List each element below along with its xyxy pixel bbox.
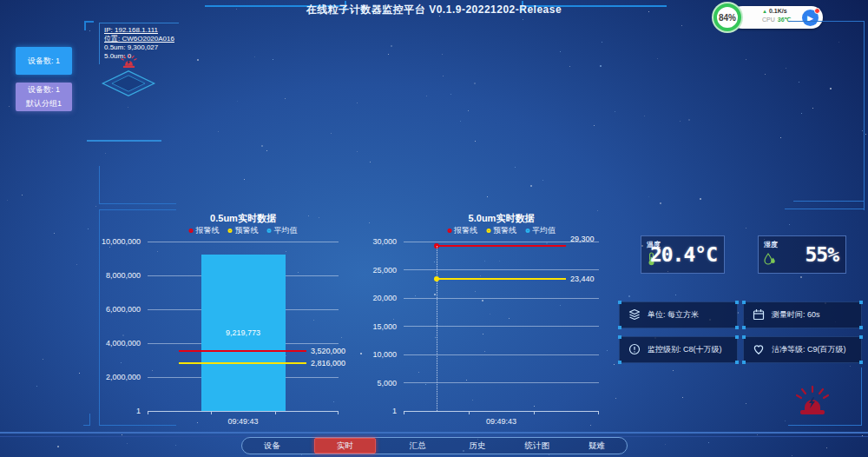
y-axis-tick-label: 10,000 <box>336 350 397 359</box>
frame-line <box>785 209 865 209</box>
frame-line <box>89 414 90 426</box>
legend-item: 预警线 <box>486 225 516 236</box>
y-axis-tick-label: 2,000,000 <box>80 373 141 381</box>
gridline <box>148 242 339 242</box>
alert-circle-icon <box>628 343 641 357</box>
group-name-label: 默认分组1 <box>26 98 62 109</box>
legend-label: 预警线 <box>235 225 259 236</box>
frame-line <box>788 425 862 426</box>
layers-icon <box>628 308 641 322</box>
time-cursor-line <box>437 246 437 411</box>
legend-label: 报警线 <box>454 225 477 236</box>
shield-heart-icon <box>753 343 765 357</box>
extension-icon[interactable]: ▶ <box>802 10 819 26</box>
frame-line <box>99 203 176 204</box>
nav-history[interactable]: 历史 <box>447 439 507 453</box>
device-alarm-icon <box>121 54 137 72</box>
frame-line <box>864 21 865 210</box>
nav-realtime[interactable]: 实时 <box>314 438 376 454</box>
battery-ring: 84% <box>713 3 741 31</box>
x-axis-time-label: 09:49:43 <box>148 417 339 426</box>
alarm-siren-icon[interactable] <box>795 386 830 419</box>
tile-unit: 单位: 每立方米 <box>619 301 738 328</box>
x-axis-time-label: 09:49:43 <box>404 417 599 426</box>
tile-unit-text: 单位: 每立方米 <box>648 309 699 321</box>
y-axis-tick-label: 1 <box>336 407 397 415</box>
frame-line <box>788 21 865 22</box>
frame-line <box>793 201 865 202</box>
group-button[interactable]: 设备数: 1 默认分组1 <box>16 83 72 111</box>
nav-summary[interactable]: 汇总 <box>388 439 448 453</box>
legend-label: 平均值 <box>274 225 298 236</box>
gridline <box>404 354 599 355</box>
y-axis-tick-label: 6,000,000 <box>80 305 141 314</box>
notification-dot <box>814 8 820 14</box>
device-count-button[interactable]: 设备数: 1 <box>16 47 72 75</box>
x-axis-tick <box>211 412 212 414</box>
warning-line <box>179 362 306 364</box>
tile-monitor-level: 监控级别: C8(十万级) <box>619 336 738 363</box>
bottom-divider <box>0 432 868 434</box>
x-axis-line <box>404 411 599 412</box>
chart-title: 0.5um实时数据 <box>210 212 276 225</box>
frame-line <box>87 140 161 142</box>
warning-line-label: 2,816,000 <box>311 359 345 368</box>
alarm-line <box>179 350 306 352</box>
x-axis-tick <box>469 412 470 414</box>
nav-statistics[interactable]: 统计图 <box>507 439 567 453</box>
temperature-value: 20.4°C <box>650 243 717 266</box>
x-axis-tick <box>148 412 148 414</box>
device-info-panel: IP: 192.168.1.111 位置: CW6O2020A016 0.5um… <box>99 23 179 64</box>
tile-monitor-level-text: 监控级别: C8(十万级) <box>648 344 722 355</box>
tile-clean-level-text: 洁净等级: C9(百万级) <box>772 344 846 355</box>
device-um50-count: 5.0um: 0 <box>104 52 179 61</box>
net-speed: 0.1K/s <box>769 8 787 14</box>
chart-legend: 报警线预警线平均值 <box>447 225 556 236</box>
x-axis-line <box>148 411 339 412</box>
gridline <box>404 326 599 327</box>
x-axis-tick <box>598 412 599 414</box>
frame-line <box>83 425 90 426</box>
warning-line <box>437 278 566 280</box>
gridline <box>404 298 599 299</box>
x-axis-tick <box>534 412 535 414</box>
tile-measure-time: 测量时间: 60s <box>743 301 862 328</box>
frame-line <box>99 166 100 204</box>
legend-item: 平均值 <box>525 225 556 236</box>
device-platform-icon[interactable] <box>102 70 155 96</box>
nav-devices[interactable]: 设备 <box>242 439 302 453</box>
legend-item: 报警线 <box>189 225 220 236</box>
device-location: 位置: CW6O2020A016 <box>104 35 179 43</box>
x-axis-tick <box>275 412 276 414</box>
x-axis-tick <box>404 412 404 414</box>
legend-label: 报警线 <box>196 225 220 236</box>
legend-label: 预警线 <box>493 225 516 236</box>
y-axis-tick-label: 1 <box>80 407 141 415</box>
calendar-icon <box>753 308 765 322</box>
legend-ring-icon <box>447 228 451 233</box>
nav-troubleshoot[interactable]: 疑难 <box>567 439 627 453</box>
chart-05um-realtime: 0.5um实时数据报警线预警线平均值10,000,0008,000,0006,0… <box>148 242 339 411</box>
legend-item: 预警线 <box>228 225 259 236</box>
frame-line <box>99 209 176 210</box>
bar-value-label: 9,219,773 <box>201 328 286 337</box>
alarm-line <box>437 245 566 247</box>
humidity-panel: 湿度 55% <box>758 235 846 274</box>
legend-ring-icon <box>267 228 272 233</box>
cpu-label: CPU <box>762 17 775 23</box>
bottom-nav: 设备 实时 汇总 历史 统计图 疑难 <box>241 437 628 454</box>
y-axis-tick-label: 15,000 <box>336 322 397 331</box>
chart-legend: 报警线预警线平均值 <box>189 225 298 236</box>
y-axis-tick-label: 30,000 <box>336 237 397 246</box>
legend-ring-icon <box>228 228 233 233</box>
y-axis-tick-label: 10,000,000 <box>80 237 141 246</box>
tile-clean-level: 洁净等级: C9(百万级) <box>743 336 862 363</box>
gridline <box>404 382 599 383</box>
y-axis-tick-label: 8,000,000 <box>80 271 141 280</box>
battery-percent: 84% <box>719 13 736 23</box>
frame-line <box>861 368 862 426</box>
particle-monitor-dashboard: 在线粒子计数器监控平台 V0.1.9-20221202-Release 84% … <box>0 0 868 457</box>
warning-line-label: 23,440 <box>570 275 595 283</box>
device-ip: IP: 192.168.1.111 <box>104 26 179 35</box>
chart-50um-realtime: 5.0um实时数据报警线预警线平均值30,00025,00020,00015,0… <box>404 242 599 411</box>
